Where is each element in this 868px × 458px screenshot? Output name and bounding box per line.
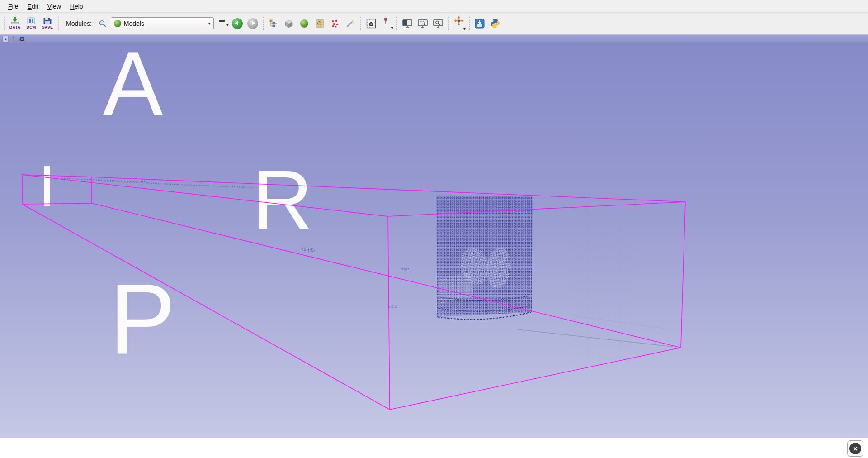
forward-arrow-icon bbox=[247, 18, 258, 29]
load-data-label: DATA bbox=[9, 25, 20, 29]
toolbar-drag-handle[interactable] bbox=[396, 17, 398, 30]
close-icon: × bbox=[849, 443, 861, 454]
toolbar-drag-handle[interactable] bbox=[3, 17, 5, 30]
cube-icon bbox=[284, 19, 293, 28]
volumes-module-shortcut-button[interactable] bbox=[282, 15, 296, 32]
previous-module-button[interactable] bbox=[230, 15, 245, 32]
view-number-label: 1 bbox=[12, 36, 15, 43]
next-module-button[interactable] bbox=[245, 15, 260, 32]
extensions-icon bbox=[475, 19, 485, 29]
roi-edge bbox=[22, 175, 388, 216]
gear-icon[interactable]: ⚙ bbox=[19, 36, 25, 42]
capture-region-button[interactable] bbox=[415, 15, 430, 32]
monitor-magnifier-icon bbox=[433, 19, 443, 28]
monitor-contrast-icon bbox=[402, 19, 413, 28]
module-history-button[interactable]: ▾ bbox=[215, 15, 229, 32]
orientation-marker-r: R bbox=[252, 153, 313, 247]
green-sphere-icon bbox=[300, 19, 308, 28]
screenshot-icon bbox=[366, 19, 376, 29]
module-selector-value: Models bbox=[124, 20, 206, 27]
magnify-view-button[interactable] bbox=[431, 15, 445, 32]
slicer-window: File Edit View Help DATA DCM SAVE Module… bbox=[0, 0, 868, 458]
transform-grid-icon bbox=[315, 19, 324, 28]
menu-file[interactable]: File bbox=[4, 0, 23, 12]
view-controller-bar: ◄ 1 ⚙ bbox=[0, 34, 868, 43]
history-icon bbox=[219, 20, 225, 22]
adjust-window-level-button[interactable] bbox=[400, 15, 415, 32]
extensions-manager-button[interactable] bbox=[472, 15, 487, 32]
menu-help-label: Help bbox=[70, 3, 83, 10]
main-toolbar: DATA DCM SAVE Modules: Models ▾ ▾ bbox=[0, 13, 868, 34]
models-module-icon bbox=[114, 20, 121, 27]
four-way-arrows-icon bbox=[454, 16, 464, 26]
module-search-button[interactable] bbox=[95, 15, 110, 32]
python-icon bbox=[490, 19, 500, 29]
status-bar: × bbox=[0, 438, 868, 458]
markups-module-shortcut-button[interactable] bbox=[328, 15, 342, 32]
menu-bar: File Edit View Help bbox=[0, 0, 868, 13]
load-data-icon bbox=[10, 17, 19, 24]
threed-scene: A I R P bbox=[0, 43, 868, 438]
menu-file-label: File bbox=[8, 3, 19, 10]
back-arrow-icon bbox=[232, 18, 243, 29]
chevron-down-icon: ▾ bbox=[463, 26, 466, 31]
segment-editor-shortcut-button[interactable] bbox=[343, 15, 358, 32]
red-points-icon bbox=[330, 19, 340, 28]
search-icon bbox=[99, 19, 107, 28]
orientation-marker-p: P bbox=[109, 263, 176, 375]
load-dicom-button[interactable]: DCM bbox=[24, 14, 39, 33]
module-selector-dropdown[interactable]: Models ▾ bbox=[111, 17, 214, 29]
roi-far-face bbox=[388, 202, 685, 410]
screenshot-button[interactable] bbox=[364, 15, 378, 32]
save-icon bbox=[43, 17, 52, 24]
threed-viewport[interactable]: A I R P bbox=[0, 43, 868, 438]
python-console-button[interactable] bbox=[488, 15, 502, 32]
menu-view[interactable]: View bbox=[43, 0, 66, 12]
load-data-button[interactable]: DATA bbox=[7, 14, 23, 33]
interaction-mode-button[interactable]: ▾ bbox=[452, 15, 466, 32]
subject-hierarchy-icon bbox=[269, 19, 278, 28]
close-button[interactable]: × bbox=[847, 440, 863, 457]
orientation-marker-a: A bbox=[103, 43, 163, 134]
toolbar-drag-handle[interactable] bbox=[468, 17, 470, 30]
collapse-view-controls-button[interactable]: ◄ bbox=[2, 36, 9, 42]
chevron-down-icon: ▾ bbox=[226, 22, 229, 27]
modules-label: Modules: bbox=[66, 20, 92, 27]
menu-view-label: View bbox=[47, 3, 61, 10]
chevron-down-icon: ▾ bbox=[208, 21, 211, 26]
load-dicom-label: DCM bbox=[26, 25, 36, 29]
orientation-marker-i: I bbox=[39, 153, 55, 219]
transforms-module-shortcut-button[interactable] bbox=[312, 15, 327, 32]
pin-icon bbox=[382, 17, 391, 25]
menu-edit[interactable]: Edit bbox=[23, 0, 43, 12]
menu-edit-label: Edit bbox=[28, 3, 38, 10]
models-module-shortcut-button[interactable] bbox=[297, 15, 311, 32]
monitor-selection-icon bbox=[417, 19, 428, 28]
menu-help[interactable]: Help bbox=[66, 0, 88, 12]
load-dicom-icon bbox=[27, 17, 36, 24]
toolbar-drag-handle[interactable] bbox=[262, 17, 264, 30]
toolbar-drag-handle[interactable] bbox=[448, 17, 449, 30]
magic-wand-icon bbox=[346, 19, 355, 28]
toolbar-drag-handle[interactable] bbox=[360, 17, 362, 30]
collapse-arrow-icon: ◄ bbox=[4, 38, 7, 41]
roi-edge bbox=[22, 204, 390, 410]
toolbar-drag-handle[interactable] bbox=[57, 17, 59, 30]
save-label: SAVE bbox=[42, 25, 53, 29]
scene-views-button[interactable]: ▾ bbox=[379, 15, 394, 32]
save-scene-button[interactable]: SAVE bbox=[40, 14, 55, 33]
roi-edge bbox=[92, 177, 685, 202]
data-module-shortcut-button[interactable] bbox=[266, 15, 281, 32]
chevron-down-icon: ▾ bbox=[391, 25, 393, 30]
